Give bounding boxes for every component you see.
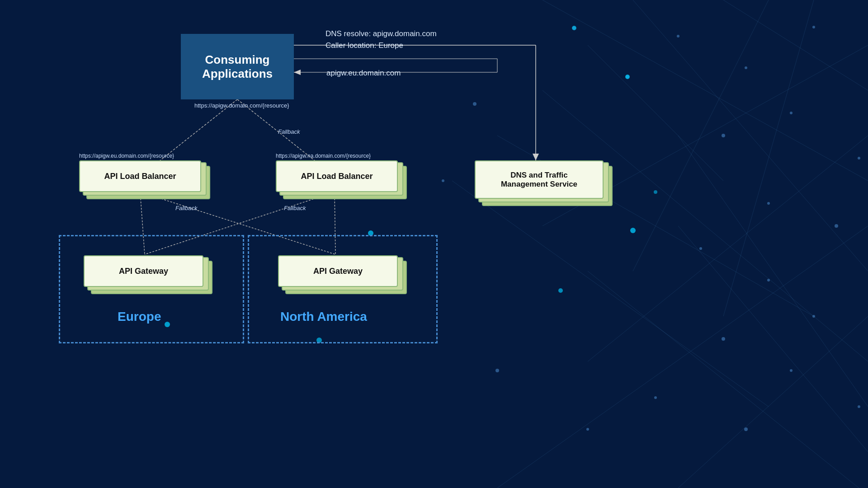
eu-load-balancer-label: API Load Balancer xyxy=(104,172,176,181)
svg-point-20 xyxy=(812,26,815,28)
svg-point-32 xyxy=(744,427,748,431)
na-load-balancer-label: API Load Balancer xyxy=(301,172,373,181)
svg-point-25 xyxy=(835,224,838,228)
svg-point-30 xyxy=(790,369,793,372)
svg-point-57 xyxy=(558,288,563,293)
svg-line-14 xyxy=(452,181,769,407)
svg-point-24 xyxy=(767,202,770,205)
na-load-balancer: API Load Balancer xyxy=(276,160,398,192)
svg-point-51 xyxy=(625,75,630,79)
svg-line-6 xyxy=(633,0,769,271)
svg-marker-46 xyxy=(533,154,539,160)
svg-line-10 xyxy=(723,0,814,316)
svg-line-2 xyxy=(723,0,868,90)
svg-point-18 xyxy=(677,35,679,38)
na-api-gateway: API Gateway xyxy=(278,255,398,287)
url-main-label: https://apigw.domain.com/{resource} xyxy=(194,102,289,109)
dns-resolve-text: DNS resolve: apigw.domain.com xyxy=(326,28,437,40)
svg-point-33 xyxy=(654,396,657,399)
svg-point-17 xyxy=(626,75,629,79)
svg-point-22 xyxy=(722,134,725,137)
consuming-applications-box: Consuming Applications xyxy=(181,34,294,99)
svg-line-7 xyxy=(678,316,868,488)
na-lb-url: https://apigw.na.domain.com/{resource} xyxy=(276,153,371,159)
svg-point-16 xyxy=(572,26,576,30)
svg-line-0 xyxy=(542,0,868,181)
na-api-gateway-label: API Gateway xyxy=(313,267,363,276)
eu-lb-url: https://apigw.eu.domain.com/{resource} xyxy=(79,153,174,159)
svg-line-13 xyxy=(678,226,868,452)
eu-load-balancer: API Load Balancer xyxy=(79,160,201,192)
svg-point-23 xyxy=(858,157,860,160)
svg-point-34 xyxy=(586,428,589,431)
svg-point-56 xyxy=(630,228,636,233)
eu-api-gateway: API Gateway xyxy=(84,255,203,287)
svg-line-3 xyxy=(588,136,868,361)
svg-point-27 xyxy=(767,279,770,282)
eu-api-gateway-label: API Gateway xyxy=(119,267,168,276)
caller-location-text: Caller location: Europe xyxy=(326,40,437,52)
consuming-applications-label: Consuming Applications xyxy=(188,53,287,81)
svg-point-28 xyxy=(812,315,815,318)
svg-line-4 xyxy=(497,226,868,488)
svg-point-29 xyxy=(722,337,725,341)
svg-marker-50 xyxy=(294,70,301,75)
svg-point-31 xyxy=(858,405,860,408)
fallback-label-top: Fallback xyxy=(278,128,300,135)
fallback-label-eu: Fallback xyxy=(175,205,197,211)
svg-line-15 xyxy=(588,271,859,488)
fallback-label-na: Fallback xyxy=(284,205,306,211)
svg-point-19 xyxy=(745,66,747,69)
svg-point-26 xyxy=(699,247,702,250)
dns-eu-label: apigw.eu.domain.com xyxy=(326,69,401,78)
svg-line-9 xyxy=(678,136,868,407)
dns-traffic-service: DNS and TrafficManagement Service xyxy=(475,160,604,199)
svg-point-35 xyxy=(495,369,499,372)
svg-point-52 xyxy=(572,26,576,30)
svg-point-37 xyxy=(473,102,476,106)
dns-traffic-service-label: DNS and TrafficManagement Service xyxy=(501,171,577,189)
svg-point-21 xyxy=(790,112,793,114)
europe-region-label: Europe xyxy=(118,310,161,324)
svg-line-11 xyxy=(588,45,723,181)
svg-point-58 xyxy=(654,190,657,194)
dns-info-text: DNS resolve: apigw.domain.com Caller loc… xyxy=(326,28,437,51)
na-region-label: North America xyxy=(280,310,367,324)
svg-line-1 xyxy=(633,0,868,271)
svg-line-8 xyxy=(542,90,868,361)
svg-point-36 xyxy=(442,179,444,182)
